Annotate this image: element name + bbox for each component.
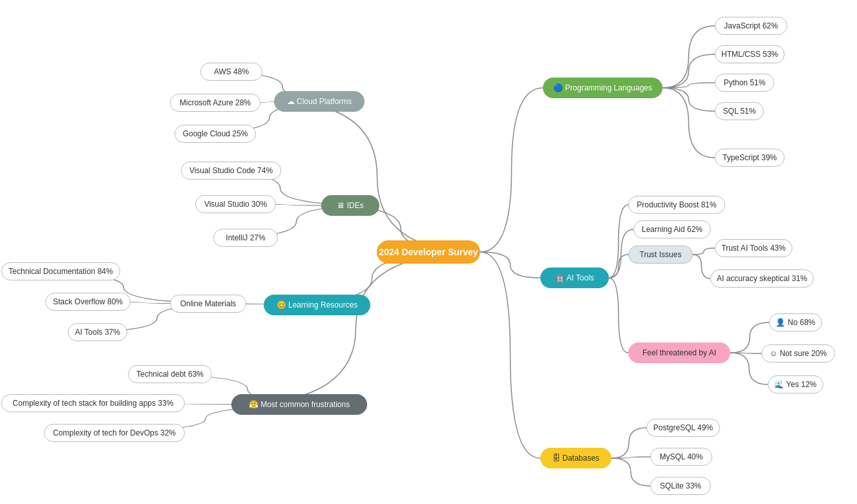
ides-node: 🖥 IDEs (321, 195, 379, 216)
vstudio-node: Visual Studio 30% (195, 195, 276, 213)
feel-threatened-node: Feel threatened by AI (628, 342, 730, 363)
complexity-apps-node: Complexity of tech stack for building ap… (1, 394, 185, 412)
productivity-node: Productivity Boost 81% (628, 196, 725, 214)
htmlcss-node: HTML/CSS 53% (715, 45, 785, 63)
yes-node: 🌊 Yes 12% (768, 375, 823, 394)
ai-tools-node: 🤖 AI Tools (540, 268, 609, 288)
mindmap-container: 2024 Developer Survey ☁ Cloud Platforms … (0, 0, 857, 504)
online-materials-node: Online Materials (170, 295, 246, 313)
js-node: JavaScript 62% (715, 17, 787, 35)
learning-aid-node: Learning Aid 62% (633, 220, 711, 238)
tech-debt-node: Technical debt 63% (128, 365, 212, 383)
frustrations-node: 😤 Most common frustrations (231, 394, 367, 415)
intellij-node: IntelliJ 27% (213, 229, 278, 247)
python-node: Python 51% (715, 74, 774, 92)
postgresql-node: PostgreSQL 49% (646, 419, 720, 437)
no-node: 👤 No 68% (769, 313, 822, 331)
databases-node: 🗄 Databases (540, 448, 611, 468)
sql-node: SQL 51% (715, 102, 764, 120)
prog-langs-node: 🔵 Programming Languages (543, 78, 662, 98)
tech-docs-node: Technical Documentation 84% (1, 262, 120, 280)
stackoverflow-node: Stack Overflow 80% (45, 293, 131, 311)
trust-issues-node: Trust Issues (628, 246, 693, 264)
mysql-node: MySQL 40% (650, 448, 712, 466)
typescript-node: TypeScript 39% (715, 149, 785, 167)
gcloud-node: Google Cloud 25% (175, 125, 256, 143)
ai-accuracy-node: AI accuracy skeptical 31% (710, 269, 814, 288)
sqlite-node: SQLite 33% (650, 477, 711, 495)
trust-ai-tools-node: Trust AI Tools 43% (715, 239, 792, 257)
aitools-leaf-node: AI Tools 37% (68, 323, 127, 341)
center-node: 2024 Developer Survey (377, 240, 480, 264)
cloud-platforms-node: ☁ Cloud Platforms (274, 91, 365, 112)
vscode-node: Visual Studio Code 74% (181, 162, 281, 180)
not-sure-node: ☺ Not sure 20% (761, 344, 835, 362)
azure-node: Microsoft Azure 28% (170, 94, 260, 112)
aws-node: AWS 48% (200, 63, 262, 81)
complexity-devops-node: Complexity of tech for DevOps 32% (44, 424, 185, 442)
learning-resources-node: 😊 Learning Resources (264, 295, 370, 315)
